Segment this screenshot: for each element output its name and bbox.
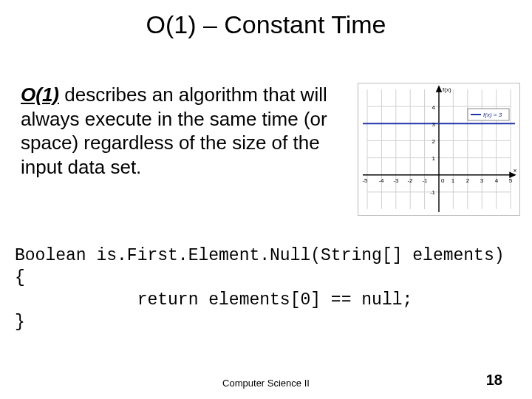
page-title: O(1) – Constant Time	[0, 10, 532, 39]
svg-text:3: 3	[432, 121, 436, 128]
body-row: O(1) describes an algorithm that will al…	[21, 83, 520, 216]
svg-text:5: 5	[509, 177, 513, 184]
svg-text:-1: -1	[422, 177, 428, 184]
page-number: 18	[486, 372, 502, 389]
svg-text:-2: -2	[407, 177, 413, 184]
svg-text:3: 3	[480, 177, 484, 184]
chart-axes	[363, 86, 515, 212]
svg-text:-1: -1	[430, 189, 436, 196]
code-line-4: }	[15, 313, 25, 332]
chart-legend: f(x) = 3	[468, 109, 509, 120]
code-line-3: return elements[0] == null;	[15, 290, 412, 310]
code-line-1: Boolean is.First.Element.Null(String[] e…	[15, 246, 505, 265]
code-block: Boolean is.First.Element.Null(String[] e…	[15, 245, 523, 334]
svg-text:1: 1	[451, 177, 455, 184]
svg-text:2: 2	[432, 138, 436, 145]
ylabel: f(x)	[443, 86, 451, 93]
svg-text:4: 4	[495, 177, 499, 184]
xlabel: x	[514, 167, 516, 174]
chart-tick-labels: f(x) x -5 -4 -3 -2 -1 0 1 2 3 4 5 -1 1	[362, 86, 516, 196]
svg-text:-3: -3	[393, 177, 399, 184]
svg-text:-5: -5	[362, 177, 368, 184]
description: O(1) describes an algorithm that will al…	[21, 83, 347, 179]
code-line-2: {	[15, 268, 25, 287]
svg-text:1: 1	[432, 155, 436, 162]
description-rest: describes an algorithm that will always …	[21, 83, 327, 178]
legend-label: f(x) = 3	[483, 112, 502, 118]
constant-function-chart: f(x) x -5 -4 -3 -2 -1 0 1 2 3 4 5 -1 1	[358, 83, 520, 216]
chart-svg: f(x) x -5 -4 -3 -2 -1 0 1 2 3 4 5 -1 1	[358, 83, 519, 215]
footer-course: Computer Science II	[0, 378, 532, 389]
svg-text:4: 4	[432, 104, 436, 111]
svg-text:0: 0	[441, 177, 445, 184]
description-lead: O(1)	[21, 83, 59, 106]
svg-text:-4: -4	[378, 177, 384, 184]
slide: O(1) – Constant Time O(1) describes an a…	[0, 0, 532, 399]
svg-marker-17	[437, 86, 441, 92]
svg-text:2: 2	[466, 177, 470, 184]
